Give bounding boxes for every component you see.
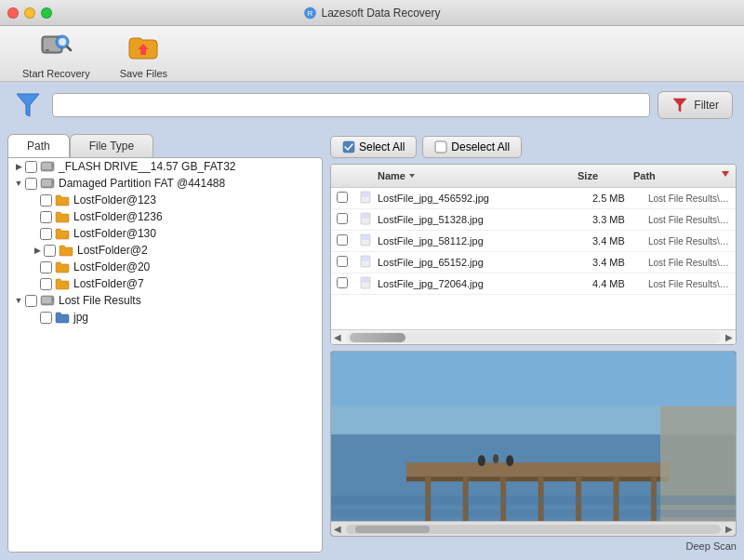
tree-item-lost1236[interactable]: LostFolder@1236 — [8, 208, 322, 225]
hscroll-thumb[interactable] — [350, 333, 405, 342]
select-buttons-row: Select All Deselect All — [330, 136, 737, 158]
tree-label-lost123: LostFolder@123 — [73, 193, 156, 207]
tree-item-lost7[interactable]: LostFolder@7 — [8, 275, 322, 292]
tree-check-lost130[interactable] — [40, 228, 52, 240]
col-header-name[interactable]: Name — [372, 168, 572, 183]
file-table-hscroll[interactable]: ◀ ▶ — [331, 329, 736, 344]
file-name-3: LostFile_jpg_58112.jpg — [372, 234, 587, 247]
tree-item-lostfile[interactable]: ▼ Lost File Results — [8, 292, 322, 309]
tree-item-jpg[interactable]: jpg — [8, 309, 322, 326]
file-row-check-2[interactable] — [331, 212, 353, 227]
tree-item-lost2[interactable]: ▶ LostFolder@2 — [8, 242, 322, 259]
col-header-scroll — [721, 168, 736, 183]
file-row-check-1[interactable] — [331, 191, 353, 206]
tree-arrow-lost123 — [31, 193, 40, 207]
file-name-2: LostFile_jpg_51328.jpg — [372, 213, 587, 226]
maximize-button[interactable] — [41, 7, 52, 19]
deselect-all-icon — [434, 140, 447, 153]
file-row-check-5[interactable] — [331, 276, 353, 291]
hscroll-right-arrow[interactable]: ▶ — [723, 332, 736, 342]
col-header-size[interactable]: Size — [572, 168, 628, 183]
file-row[interactable]: LostFile_jpg_58112.jpg 3.4 MB Lost File … — [331, 231, 736, 252]
svg-rect-31 — [362, 278, 369, 283]
svg-line-7 — [67, 47, 71, 50]
close-button[interactable] — [7, 7, 19, 19]
svg-rect-29 — [362, 257, 369, 261]
file-icon-3 — [359, 233, 372, 247]
folder-icon-lost130 — [55, 227, 70, 240]
app-icon: R — [303, 7, 316, 20]
tree-check-lost1236[interactable] — [40, 211, 52, 223]
tree-item-flash[interactable]: ▶ _FLASH DRIVE__14.57 GB_FAT32 — [8, 158, 322, 175]
left-panel: Path File Type ▶ _FLASH DRIVE__14.57 GB_… — [0, 128, 330, 560]
hscroll-track[interactable] — [346, 332, 721, 343]
tree-arrow-damaged: ▼ — [12, 177, 25, 190]
file-row-icon-2 — [353, 211, 372, 228]
file-icon-5 — [359, 276, 372, 289]
tree-check-lost123[interactable] — [40, 194, 52, 207]
drive-icon-lostfile — [40, 295, 55, 306]
filter-label: Filter — [694, 99, 719, 112]
tab-path[interactable]: Path — [7, 134, 70, 157]
tree-item-lost130[interactable]: LostFolder@130 — [8, 225, 322, 242]
tree-item-lost123[interactable]: LostFolder@123 — [8, 192, 322, 208]
file-row-check-4[interactable] — [331, 255, 353, 270]
svg-rect-16 — [42, 297, 51, 303]
file-table-body: LostFile_jpg_456592.jpg 2.5 MB Lost File… — [331, 188, 736, 329]
col-header-icon — [353, 168, 372, 183]
filter-button[interactable]: Filter — [658, 91, 733, 119]
select-all-icon — [342, 140, 355, 153]
hscroll-left-arrow[interactable]: ◀ — [331, 332, 344, 342]
svg-rect-17 — [52, 299, 53, 300]
save-files-button[interactable]: Save Files — [109, 23, 179, 85]
tree-item-damaged[interactable]: ▼ Damaged Partition FAT @441488 — [8, 175, 322, 192]
image-preview: ◀ ▶ — [330, 351, 737, 537]
right-panel: Select All Deselect All Name — [330, 128, 744, 560]
minimize-button[interactable] — [24, 7, 35, 19]
save-files-icon — [126, 29, 161, 64]
tree-check-jpg[interactable] — [40, 312, 52, 324]
file-row[interactable]: LostFile_jpg_65152.jpg 3.4 MB Lost File … — [331, 252, 736, 273]
file-row-check-3[interactable] — [331, 233, 353, 248]
svg-rect-49 — [331, 510, 736, 517]
select-all-button[interactable]: Select All — [330, 136, 417, 158]
preview-hscroll-right[interactable]: ▶ — [723, 524, 736, 534]
folder-icon-lost20 — [55, 260, 70, 273]
tree-arrow-jpg — [31, 311, 40, 324]
tree-check-flash[interactable] — [25, 161, 37, 173]
tree-label-flash: _FLASH DRIVE__14.57 GB_FAT32 — [59, 160, 236, 173]
tree-item-lost20[interactable]: LostFolder@20 — [8, 259, 322, 275]
tree-label-lost1236: LostFolder@1236 — [73, 210, 163, 223]
preview-hscroll-left[interactable]: ◀ — [331, 524, 344, 534]
tree-check-lost20[interactable] — [40, 261, 52, 273]
tree-check-damaged[interactable] — [25, 178, 37, 190]
start-recovery-icon — [38, 29, 73, 64]
file-row[interactable]: LostFile_jpg_456592.jpg 2.5 MB Lost File… — [331, 188, 736, 209]
tree-arrow-lost130 — [31, 227, 40, 240]
folder-icon-jpg — [55, 311, 70, 324]
preview-hscroll[interactable]: ◀ ▶ — [331, 521, 736, 536]
tree-check-lost7[interactable] — [40, 278, 52, 290]
file-row[interactable]: LostFile_jpg_72064.jpg 4.4 MB Lost File … — [331, 273, 736, 295]
folder-icon-lost1236 — [55, 210, 70, 223]
col-header-path[interactable]: Path — [628, 168, 721, 183]
deselect-all-button[interactable]: Deselect All — [422, 136, 522, 158]
file-table: Name Size Path — [330, 164, 737, 345]
svg-rect-13 — [42, 180, 51, 186]
tree-check-lostfile[interactable] — [25, 295, 37, 307]
file-icon-2 — [359, 212, 372, 225]
preview-hscroll-track[interactable] — [346, 525, 721, 534]
drive-icon-flash — [40, 161, 55, 172]
search-input[interactable] — [52, 93, 650, 117]
tab-file-type[interactable]: File Type — [70, 134, 153, 157]
preview-hscroll-thumb[interactable] — [355, 526, 430, 533]
tree-check-lost2[interactable] — [44, 245, 56, 257]
start-recovery-button[interactable]: Start Recovery — [11, 23, 101, 85]
svg-marker-20 — [409, 174, 415, 178]
tree-arrow-lost7 — [31, 277, 40, 290]
sort-icon-name — [408, 172, 416, 180]
svg-rect-11 — [52, 165, 53, 167]
svg-point-46 — [493, 454, 498, 463]
file-row[interactable]: LostFile_jpg_51328.jpg 3.3 MB Lost File … — [331, 209, 736, 231]
right-top: Select All Deselect All Name — [330, 136, 737, 537]
